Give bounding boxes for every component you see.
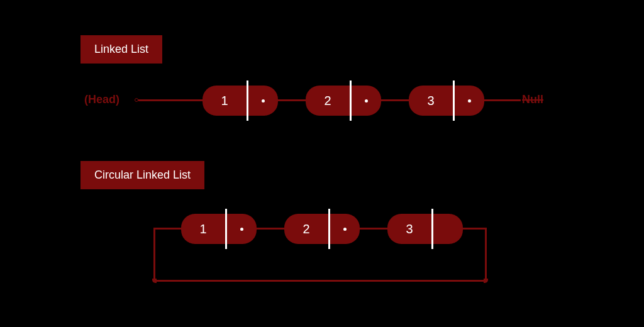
cll-node-2: 2 [284, 214, 360, 244]
loop-corner-bl [152, 279, 157, 283]
link-3-to-null [484, 99, 521, 101]
cll-node-3: 3 [387, 214, 463, 244]
cll-node-2-pointer [330, 214, 360, 244]
null-label: Null [522, 93, 543, 106]
ll-node-1-pointer [248, 86, 278, 116]
link-head-to-1 [138, 99, 203, 101]
clink-2-to-3 [360, 228, 387, 230]
head-label: (Head) [84, 93, 119, 106]
cll-node-1: 1 [181, 214, 257, 244]
ll-node-1-value: 1 [203, 86, 247, 116]
ll-node-2: 2 [306, 86, 381, 116]
ll-node-3-value: 3 [409, 86, 453, 116]
loop-seg-right [463, 228, 487, 230]
cll-node-3-value: 3 [387, 214, 431, 244]
pointer-dot-icon [240, 228, 243, 231]
cll-node-1-pointer [227, 214, 257, 244]
pointer-dot-icon [468, 99, 471, 103]
linked-list-title-badge: Linked List [80, 35, 162, 64]
ll-node-2-value: 2 [306, 86, 350, 116]
cll-node-2-value: 2 [284, 214, 328, 244]
pointer-dot-icon [343, 228, 347, 231]
circular-linked-list-title-badge: Circular Linked List [80, 161, 204, 189]
loop-corner-br [484, 279, 488, 283]
pointer-dot-icon [262, 99, 265, 103]
loop-seg-up-left [153, 228, 155, 282]
link-1-to-2 [278, 99, 306, 101]
loop-seg-into-node1 [153, 228, 181, 230]
loop-seg-bottom [153, 280, 487, 282]
clink-1-to-2 [257, 228, 284, 230]
ll-node-3: 3 [409, 86, 484, 116]
loop-seg-down-right [485, 228, 487, 282]
pointer-dot-icon [365, 99, 368, 103]
link-2-to-3 [381, 99, 409, 101]
ll-node-2-pointer [352, 86, 381, 116]
cll-node-1-value: 1 [181, 214, 225, 244]
ll-node-3-pointer [455, 86, 484, 116]
ll-node-1: 1 [203, 86, 278, 116]
cll-node-3-pointer [433, 214, 463, 244]
